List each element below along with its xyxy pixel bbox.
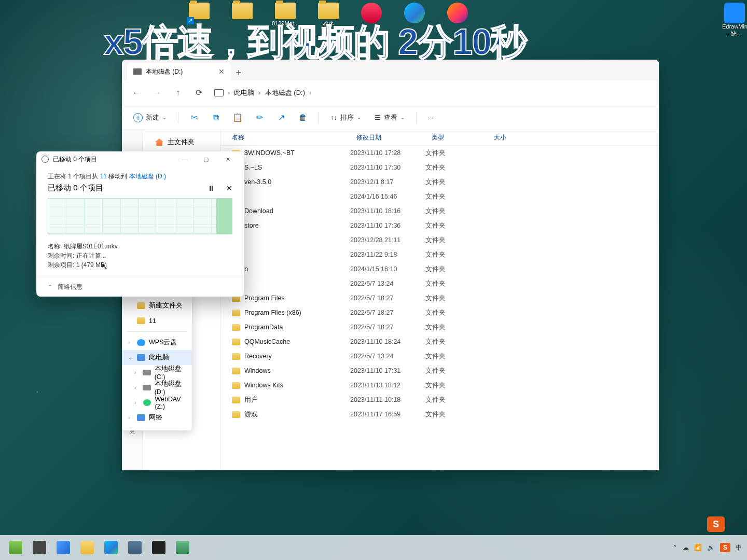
table-row[interactable]: ven-3.5.02023/12/1 8:17文件夹 (220, 175, 659, 189)
tree-item[interactable]: 11 (122, 313, 192, 328)
transfer-footer-toggle[interactable]: ⌃简略信息 (36, 277, 244, 297)
table-row[interactable]: store2023/11/10 17:36文件夹 (220, 218, 659, 233)
file-list-header: 名称 修改日期 类型 大小 (220, 130, 659, 146)
new-button[interactable]: +新建⌄ (128, 109, 172, 126)
table-row[interactable]: 2023/12/28 21:11文件夹 (220, 233, 659, 247)
taskbar: ⌃ ☁ 📶 🔊 S 中 (0, 535, 747, 560)
nav-up-button[interactable]: ↑ (169, 83, 187, 102)
tree-item[interactable]: ›网络 (122, 410, 192, 425)
tray-cloud-icon[interactable]: ☁ (683, 544, 689, 551)
table-row[interactable]: Download2023/11/10 18:16文件夹 (220, 204, 659, 218)
cut-button[interactable]: ✂ (185, 109, 203, 126)
edrawmind-shortcut[interactable]: EdrawMind - 快... (722, 3, 747, 37)
transfer-details: 名称: 纸牌屋S01E01.mkv 剩余时间: 正在计算... 剩余项目: 1 … (48, 242, 232, 270)
table-row[interactable]: $WINDOWS.~BT2023/11/10 17:28文件夹 (220, 146, 659, 160)
tree-item[interactable]: ⌄此电脑 (122, 350, 192, 365)
col-date[interactable]: 修改日期 (350, 133, 425, 142)
tray-ime-mode[interactable]: 中 (736, 543, 742, 552)
table-row[interactable]: 游戏2023/11/17 16:59文件夹 (220, 407, 659, 422)
cursor-icon: ↖ (101, 262, 108, 272)
col-name[interactable]: 名称 (220, 133, 350, 142)
taskbar-start-button[interactable] (5, 537, 26, 558)
taskbar-edge-button[interactable] (101, 537, 121, 558)
crumb-d-drive[interactable]: 本地磁盘 (D:) (265, 88, 305, 97)
dialog-close-button[interactable]: ✕ (217, 152, 239, 166)
dialog-minimize-button[interactable]: — (173, 152, 195, 166)
tray-chevron-icon[interactable]: ⌃ (672, 544, 677, 551)
pc-icon (214, 89, 224, 96)
transfer-cancel-button[interactable]: ✕ (226, 184, 232, 192)
sort-button[interactable]: ↑↓ 排序 ⌄ (325, 109, 366, 126)
system-tray[interactable]: ⌃ ☁ 📶 🔊 S 中 (672, 543, 742, 552)
more-button[interactable]: ··· (423, 109, 439, 126)
table-row[interactable]: ProgramData2022/5/7 18:27文件夹 (220, 320, 659, 334)
transfer-speed-graph: ↖ (48, 198, 232, 234)
navpane-home[interactable]: 主文件夹 (143, 134, 220, 150)
taskbar-explorer-button[interactable] (77, 537, 98, 558)
disk-icon (133, 68, 142, 75)
taskbar-browser-button[interactable] (125, 537, 145, 558)
table-row[interactable]: Windows2023/11/10 17:31文件夹 (220, 363, 659, 378)
taskbar-terminal-button[interactable] (148, 537, 169, 558)
copy-button[interactable]: ⧉ (206, 109, 225, 126)
file-transfer-dialog: 已移动 0 个项目 — ▢ ✕ 正在将 1 个项目从 11 移动到 本地磁盘 (… (36, 151, 244, 297)
table-row[interactable]: Program Files2022/5/7 18:27文件夹 (220, 291, 659, 305)
col-size[interactable]: 大小 (488, 133, 529, 142)
table-row[interactable]: Recovery2022/5/7 13:24文件夹 (220, 349, 659, 363)
tree-item[interactable]: 新建文件夹 (122, 298, 192, 313)
rename-button[interactable]: ✏ (250, 109, 269, 126)
video-overlay-text: x5倍速，到视频的 2分10秒 (104, 18, 526, 67)
explorer-toolbar: +新建⌄ ✂ ⧉ 📋 ✏ ↗ 🗑 ↑↓ 排序 ⌄ ☰ 查看 ⌄ ··· (122, 105, 659, 130)
tree-item[interactable]: ›WPS云盘 (122, 335, 192, 350)
paste-button[interactable]: 📋 (228, 109, 247, 126)
dialog-title: 已移动 0 个项目 (53, 155, 97, 164)
file-list: 名称 修改日期 类型 大小 $WINDOWS.~BT2023/11/10 17:… (220, 130, 659, 470)
tray-ime-s-icon[interactable]: S (720, 543, 730, 552)
transfer-pause-button[interactable]: ⏸ (208, 184, 215, 192)
table-row[interactable]: 2024/1/16 15:46文件夹 (220, 189, 659, 204)
table-row[interactable]: S.~LS2023/11/10 17:30文件夹 (220, 160, 659, 175)
taskbar-widgets-button[interactable] (53, 537, 74, 558)
tree-item[interactable]: ›本地磁盘 (C:) (122, 365, 192, 380)
tray-wifi-icon[interactable]: 📶 (694, 544, 702, 551)
dialog-maximize-button[interactable]: ▢ (195, 152, 217, 166)
transfer-message: 正在将 1 个项目从 11 移动到 本地磁盘 (D:) (48, 172, 232, 181)
crumb-this-pc[interactable]: 此电脑 (234, 88, 254, 97)
nav-tree-flyout: 新建文件夹11›WPS云盘⌄此电脑›本地磁盘 (C:)›本地磁盘 (D:)›We… (122, 293, 192, 430)
col-type[interactable]: 类型 (425, 133, 488, 142)
table-row[interactable]: Program Files (x86)2022/5/7 18:27文件夹 (220, 305, 659, 320)
transfer-heading: 已移动 0 个项目 (48, 183, 103, 193)
tree-item[interactable]: ›WebDAV (Z:) (122, 395, 192, 410)
nav-refresh-button[interactable]: ⟳ (189, 83, 208, 102)
table-row[interactable]: 用户2023/11/11 10:18文件夹 (220, 393, 659, 407)
view-button[interactable]: ☰ 查看 ⌄ (369, 109, 410, 126)
nav-forward-button[interactable]: → (148, 83, 167, 102)
tray-volume-icon[interactable]: 🔊 (707, 544, 715, 551)
taskbar-app1-button[interactable] (29, 537, 50, 558)
tree-item[interactable]: ›本地磁盘 (D:) (122, 380, 192, 395)
table-row[interactable]: 2022/5/7 13:24文件夹 (220, 276, 659, 291)
table-row[interactable]: b2024/1/15 16:10文件夹 (220, 262, 659, 276)
table-row[interactable]: QQMusicCache2023/11/10 18:24文件夹 (220, 334, 659, 349)
explorer-navbar: ← → ↑ ⟳ › 此电脑 › 本地磁盘 (D:) › (122, 80, 659, 105)
taskbar-app2-button[interactable] (172, 537, 193, 558)
new-tab-button[interactable]: ＋ (231, 66, 246, 80)
table-row[interactable]: 2023/11/22 9:18文件夹 (220, 247, 659, 262)
tab-close-button[interactable]: ✕ (218, 67, 225, 76)
share-button[interactable]: ↗ (272, 109, 290, 126)
ime-indicator[interactable]: S 中 ⸬ (707, 516, 741, 532)
table-row[interactable]: Windows Kits2023/11/13 18:12文件夹 (220, 378, 659, 393)
delete-button[interactable]: 🗑 (294, 109, 312, 126)
clock-icon (42, 156, 49, 163)
nav-back-button[interactable]: ← (127, 83, 146, 102)
breadcrumb[interactable]: › 此电脑 › 本地磁盘 (D:) › (214, 88, 311, 97)
